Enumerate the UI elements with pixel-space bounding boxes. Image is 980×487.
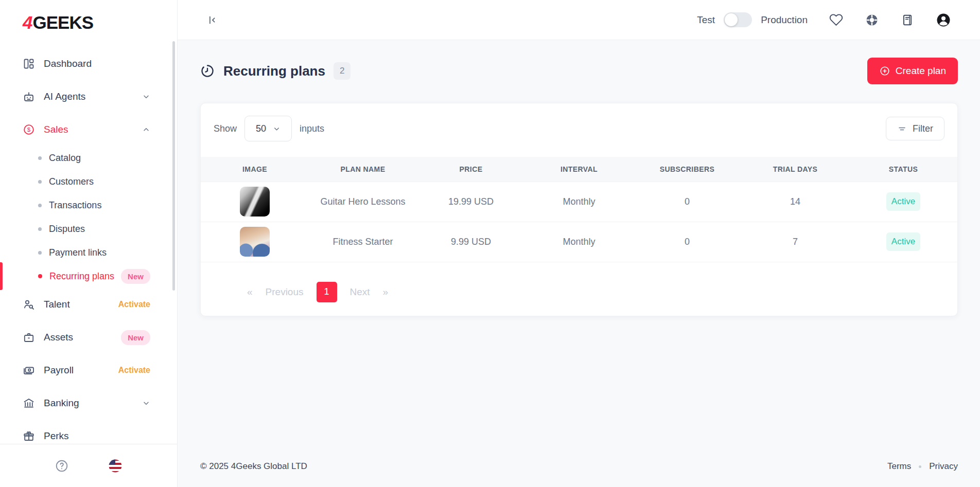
sidebar-scrollbar[interactable] (172, 41, 175, 291)
docs-journal-icon[interactable] (901, 13, 914, 27)
dashboard-icon (23, 58, 35, 70)
pagination-last-arrow[interactable]: » (383, 286, 389, 298)
account-avatar-icon[interactable] (936, 12, 951, 28)
sidebar-nav: Dashboard AI Agents $ Sales Catalog (0, 47, 177, 444)
new-badge: New (121, 330, 150, 345)
sidebar-item-label: Banking (44, 398, 79, 409)
bullet-dot-icon (38, 251, 42, 255)
sidebar-item-perks[interactable]: Perks (0, 420, 177, 444)
inputs-label: inputs (300, 123, 324, 134)
sidebar-subitem-label: Payment links (49, 247, 107, 258)
dollar-circle-icon: $ (23, 123, 35, 136)
table-controls: Show 50 inputs Filter (201, 116, 957, 141)
sidebar-item-ai-agents[interactable]: AI Agents (0, 80, 177, 113)
environment-toggle-group: Test Production (697, 12, 808, 27)
plan-name-cell: Fitness Starter (309, 222, 417, 262)
table-row[interactable]: Guitar Hero Lessons 19.99 USD Monthly 0 … (201, 182, 957, 222)
interval-cell: Monthly (525, 182, 633, 222)
sidebar-item-sales[interactable]: $ Sales (0, 113, 177, 146)
topbar: Test Production (178, 0, 980, 40)
sidebar-item-payroll[interactable]: Payroll Activate (0, 354, 177, 387)
column-header-plan-name: PLAN NAME (309, 157, 417, 182)
trial-days-cell: 7 (741, 222, 849, 262)
activate-link[interactable]: Activate (118, 300, 150, 309)
sidebar-subitem-label: Transactions (49, 200, 101, 211)
sidebar-subitem-label: Catalog (49, 153, 81, 164)
sidebar-subitem-label: Customers (49, 176, 94, 187)
sidebar-item-label: Talent (44, 299, 70, 310)
price-cell: 19.99 USD (417, 182, 525, 222)
favorites-heart-icon[interactable] (829, 13, 843, 27)
briefcase-icon (23, 331, 35, 344)
toggle-knob (725, 13, 738, 26)
plan-image-fitness (240, 227, 270, 257)
sidebar-subitem-payment-links[interactable]: Payment links (0, 241, 177, 264)
trial-days-cell: 14 (741, 182, 849, 222)
create-plan-button[interactable]: Create plan (867, 58, 958, 84)
sidebar-item-label: Assets (44, 332, 73, 343)
pagination-first-arrow[interactable]: « (247, 286, 253, 298)
sidebar-item-banking[interactable]: Banking (0, 387, 177, 420)
show-label: Show (214, 123, 237, 134)
terms-link[interactable]: Terms (887, 461, 911, 472)
banknote-icon (23, 364, 35, 376)
plus-circle-icon (879, 65, 890, 77)
privacy-link[interactable]: Privacy (929, 461, 958, 472)
column-header-price: PRICE (417, 157, 525, 182)
chevron-up-icon (142, 125, 150, 134)
plan-name-cell: Guitar Hero Lessons (309, 182, 417, 222)
activate-link[interactable]: Activate (118, 366, 150, 375)
topbar-right: Test Production (697, 12, 951, 28)
column-header-status: STATUS (849, 157, 957, 182)
pagination-previous[interactable]: Previous (266, 286, 304, 298)
page-footer: © 2025 4Geeks Global LTD Terms Privacy (200, 451, 958, 487)
test-label: Test (697, 14, 715, 26)
sidebar-subitem-customers[interactable]: Customers (0, 170, 177, 193)
pagination-next[interactable]: Next (350, 286, 370, 298)
talent-search-icon (23, 298, 35, 311)
table-row[interactable]: Fitness Starter 9.99 USD Monthly 0 7 Act… (201, 222, 957, 262)
pagination-current-page[interactable]: 1 (317, 282, 337, 302)
help-icon[interactable] (55, 459, 69, 473)
bullet-dot-icon (38, 274, 42, 278)
subscribers-cell: 0 (633, 182, 741, 222)
page-size-select[interactable]: 50 (244, 116, 292, 141)
sidebar-footer (0, 444, 177, 487)
brand-logo-text: GEEKS (32, 12, 93, 32)
environment-toggle[interactable] (724, 12, 752, 27)
plans-count-badge: 2 (334, 62, 351, 80)
copyright-text: © 2025 4Geeks Global LTD (200, 461, 307, 472)
sidebar-item-assets[interactable]: Assets New (0, 321, 177, 354)
sidebar-subitem-recurring-plans[interactable]: Recurring plans New (0, 264, 177, 288)
sidebar: 4GEEKS Dashboard AI Agents $ Sales (0, 0, 178, 487)
sidebar-item-label: Sales (44, 124, 68, 135)
column-header-subscribers: SUBSCRIBERS (633, 157, 741, 182)
page-title: Recurring plans (223, 63, 325, 79)
brand-logo[interactable]: 4GEEKS (0, 0, 177, 33)
filter-label: Filter (913, 123, 933, 134)
sidebar-subitem-transactions[interactable]: Transactions (0, 193, 177, 217)
recurring-clock-icon (200, 64, 215, 78)
filter-lines-icon (897, 124, 907, 134)
dot-separator (919, 465, 921, 468)
support-lifebuoy-icon[interactable] (865, 13, 879, 27)
create-plan-label: Create plan (896, 65, 946, 77)
page-header: Recurring plans 2 Create plan (200, 58, 958, 84)
main-area: Test Production Recurring plans (178, 0, 980, 487)
pagination: « Previous 1 Next » (247, 282, 957, 302)
sidebar-subitem-label: Recurring plans (49, 271, 114, 282)
collapse-sidebar-icon[interactable] (206, 14, 218, 26)
brand-logo-accent: 4 (23, 12, 32, 32)
column-header-trial-days: TRIAL DAYS (741, 157, 849, 182)
sidebar-subitem-disputes[interactable]: Disputes (0, 217, 177, 241)
production-label: Production (761, 14, 808, 26)
chevron-down-icon (142, 93, 150, 101)
sidebar-item-dashboard[interactable]: Dashboard (0, 47, 177, 80)
robot-icon (23, 91, 35, 103)
filter-button[interactable]: Filter (886, 117, 944, 140)
sidebar-subitem-catalog[interactable]: Catalog (0, 146, 177, 170)
status-badge: Active (886, 192, 920, 211)
sidebar-item-talent[interactable]: Talent Activate (0, 288, 177, 321)
plans-table-card: Show 50 inputs Filter IMAGE PLAN NAME PR… (200, 103, 958, 316)
language-us-flag-icon[interactable] (108, 459, 122, 473)
